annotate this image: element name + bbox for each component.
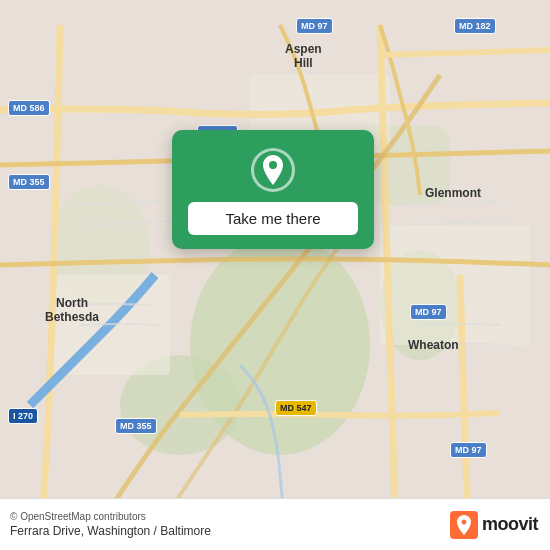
take-me-there-button[interactable]: Take me there [188,202,358,235]
road-badge-md97-low: MD 97 [450,442,487,458]
map-background [0,0,550,550]
location-pin-icon [251,148,295,192]
moovit-logo: moovit [450,511,538,539]
road-badge-md355-low: MD 355 [115,418,157,434]
moovit-brand-text: moovit [482,514,538,535]
map-container: MD 97 MD 182 MD 586 MD 580 MD 355 MD 97 … [0,0,550,550]
road-badge-md586: MD 586 [8,100,50,116]
svg-point-9 [269,161,277,169]
road-badge-md97-top: MD 97 [296,18,333,34]
road-badge-md182: MD 182 [454,18,496,34]
road-badge-md97-mid: MD 97 [410,304,447,320]
place-label-aspen-hill: AspenHill [285,42,322,71]
road-badge-md547: MD 547 [275,400,317,416]
svg-rect-7 [380,225,530,345]
location-title: Ferrara Drive, Washington / Baltimore [10,524,211,538]
moovit-icon [450,511,478,539]
bottom-bar: © OpenStreetMap contributors Ferrara Dri… [0,498,550,550]
place-label-wheaton: Wheaton [408,338,459,352]
place-label-north-bethesda: NorthBethesda [45,296,99,325]
road-badge-i270: I 270 [8,408,38,424]
osm-attribution: © OpenStreetMap contributors [10,511,211,522]
place-label-glenmont: Glenmont [425,186,481,200]
road-badge-md355-mid: MD 355 [8,174,50,190]
popup-card: Take me there [172,130,374,249]
